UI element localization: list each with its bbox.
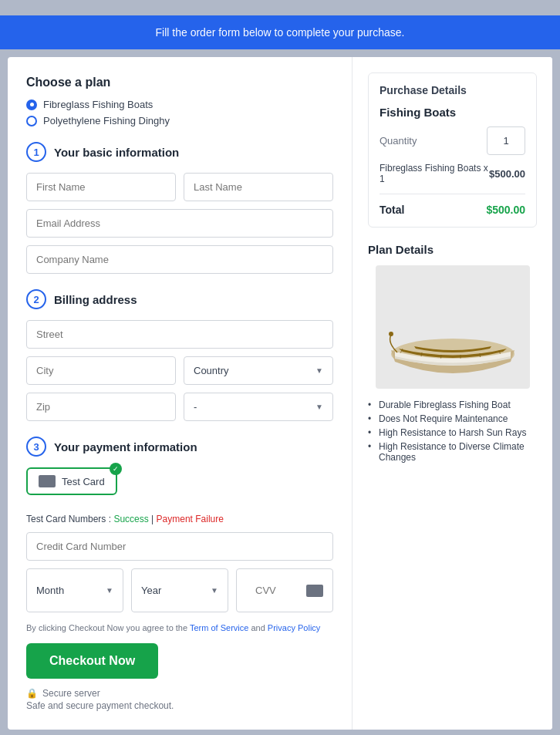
secure-server-text: Secure server (42, 688, 100, 699)
card-icon (39, 475, 56, 487)
month-arrow-icon: ▼ (106, 586, 113, 595)
left-panel: Choose a plan Fibreglass Fishing Boats P… (8, 57, 353, 730)
month-select[interactable]: Month 01 - January 02 - February 03 - Ma… (36, 585, 106, 596)
feature-2: Does Not Require Maintenance (368, 413, 537, 424)
plan-label-polyethylene: Polyethylene Fishing Dinghy (43, 115, 170, 126)
quantity-label: Quantity (380, 135, 417, 147)
feature-1: Durable Fibreglass Fishing Boat (368, 400, 537, 410)
country-arrow-icon: ▼ (315, 366, 323, 375)
card-check-badge: ✓ (110, 463, 122, 475)
section-2-header: 2 Billing address (26, 289, 333, 309)
zip-input[interactable] (26, 393, 176, 421)
year-select[interactable]: Year 2024 2025 2026 2027 2028 (141, 585, 211, 596)
cvv-input[interactable] (246, 577, 306, 604)
product-desc: Fibreglass Fishing Boats x 1 (380, 163, 489, 184)
plan-option-fibreglass[interactable]: Fibreglass Fishing Boats (26, 99, 333, 110)
checkout-button[interactable]: Checkout Now (26, 643, 158, 679)
purchase-details-title: Purchase Details (380, 84, 525, 96)
section-2-number: 2 (26, 289, 46, 309)
email-input[interactable] (26, 209, 333, 238)
top-banner: Fill the order form below to complete yo… (0, 15, 560, 49)
choose-plan-title: Choose a plan (26, 76, 333, 89)
year-arrow-icon: ▼ (211, 586, 218, 595)
right-panel: Purchase Details Fishing Boats Quantity … (353, 57, 552, 730)
plan-details-section: Plan Details (368, 243, 537, 463)
zip-state-row: - California New York Texas ▼ (26, 393, 333, 421)
card-option[interactable]: Test Card ✓ (26, 467, 117, 495)
last-name-input[interactable] (184, 173, 333, 201)
section-3-number: 3 (26, 437, 46, 457)
product-row: Fibreglass Fishing Boats x 1 $500.00 (380, 163, 525, 194)
purchase-details-box: Purchase Details Fishing Boats Quantity … (368, 72, 537, 228)
company-input[interactable] (26, 245, 333, 274)
cvv-card-icon (306, 585, 323, 597)
quantity-row: Quantity (380, 126, 525, 155)
banner-text: Fill the order form below to complete yo… (156, 26, 405, 39)
name-row (26, 173, 333, 201)
state-arrow-icon: ▼ (315, 403, 323, 411)
plan-option-polyethylene[interactable]: Polyethylene Fishing Dinghy (26, 115, 333, 126)
country-select[interactable]: Country United States United Kingdom Can… (194, 365, 315, 376)
plan-details-title: Plan Details (368, 243, 537, 256)
checkout-wrapper: Checkout Now (26, 643, 333, 688)
year-select-wrapper[interactable]: Year 2024 2025 2026 2027 2028 ▼ (131, 568, 228, 612)
total-row: Total $500.00 (380, 204, 525, 216)
total-label: Total (380, 204, 404, 216)
section-2-title: Billing address (54, 293, 137, 306)
street-row (26, 320, 333, 349)
cc-input-wrapper (26, 532, 333, 561)
section-3-title: Your payment information (54, 440, 197, 453)
cvv-field (236, 568, 333, 612)
terms-text: By clicking Checkout Now you agree to th… (26, 623, 333, 632)
section-1-title: Your basic information (54, 146, 179, 159)
email-row (26, 209, 333, 238)
product-name: Fishing Boats (380, 106, 525, 119)
cc-number-input[interactable] (26, 532, 333, 561)
section-1-number: 1 (26, 142, 46, 162)
state-select-wrapper[interactable]: - California New York Texas ▼ (184, 393, 333, 421)
expiry-row: Month 01 - January 02 - February 03 - Ma… (26, 568, 333, 612)
radio-polyethylene[interactable] (26, 116, 37, 126)
secure-desc-text: Safe and secure payment checkout. (26, 700, 174, 711)
section-3-header: 3 Your payment information (26, 437, 333, 457)
lock-icon: 🔒 (26, 688, 38, 699)
month-select-wrapper[interactable]: Month 01 - January 02 - February 03 - Ma… (26, 568, 123, 612)
city-country-row: Country United States United Kingdom Can… (26, 356, 333, 385)
boat-image (376, 265, 530, 389)
privacy-link[interactable]: Privacy Policy (268, 623, 320, 632)
test-card-info: Test Card Numbers : Success | Payment Fa… (26, 514, 333, 524)
secure-info: 🔒 Secure server Safe and secure payment … (26, 688, 333, 711)
feature-4: High Resistance to Diverse Climate Chang… (368, 441, 537, 463)
section-1-header: 1 Your basic information (26, 142, 333, 162)
radio-fibreglass[interactable] (26, 99, 37, 110)
first-name-input[interactable] (26, 173, 176, 201)
country-select-wrapper[interactable]: Country United States United Kingdom Can… (184, 356, 333, 385)
secure-server-line: 🔒 Secure server (26, 688, 333, 699)
feature-3: High Resistance to Harsh Sun Rays (368, 427, 537, 438)
state-select[interactable]: - California New York Texas (194, 401, 315, 413)
company-row (26, 245, 333, 274)
quantity-input[interactable] (487, 126, 525, 155)
city-input[interactable] (26, 356, 176, 385)
total-price: $500.00 (486, 204, 525, 216)
svg-point-8 (389, 332, 393, 336)
terms-link[interactable]: Term of Service (190, 623, 248, 632)
card-option-label: Test Card (62, 476, 105, 487)
plan-features-list: Durable Fibreglass Fishing Boat Does Not… (368, 400, 537, 463)
plan-label-fibreglass: Fibreglass Fishing Boats (43, 99, 153, 110)
street-input[interactable] (26, 320, 333, 349)
product-price: $500.00 (489, 168, 525, 180)
secure-desc-line: Safe and secure payment checkout. (26, 700, 333, 711)
